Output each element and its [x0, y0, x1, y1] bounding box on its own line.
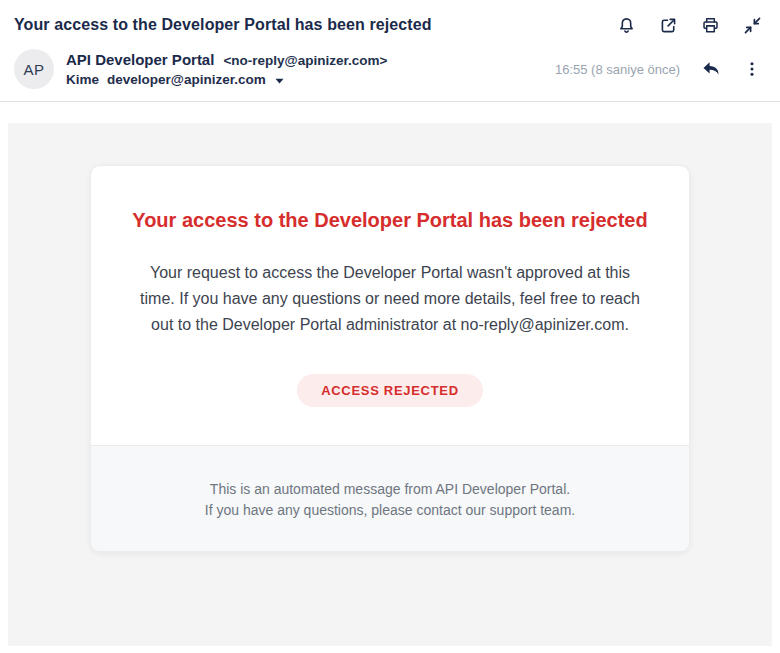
mail-header: Your access to the Developer Portal has … — [0, 0, 780, 102]
sender-address: <no-reply@apinizer.com> — [223, 53, 387, 68]
collapse-view-button[interactable] — [742, 15, 762, 35]
header-toolbar — [616, 15, 762, 35]
rejection-heading: Your access to the Developer Portal has … — [131, 206, 649, 234]
chevron-down-icon — [275, 72, 284, 87]
timestamp: 16:55 (8 saniye önce) — [555, 62, 680, 77]
footer-line-2: If you have any questions, please contac… — [111, 500, 669, 521]
notification-bell-button[interactable] — [616, 15, 636, 35]
collapse-icon — [743, 16, 762, 35]
reply-button[interactable] — [701, 59, 721, 79]
email-content-main: Your access to the Developer Portal has … — [91, 166, 689, 445]
email-subject-title: Your access to the Developer Portal has … — [14, 16, 432, 34]
more-options-icon — [743, 60, 761, 78]
sender-avatar: AP — [14, 49, 54, 89]
footer-line-1: This is an automated message from API De… — [111, 479, 669, 500]
message-meta: 16:55 (8 saniye önce) — [555, 59, 762, 79]
recipient-details-dropdown[interactable]: Kime developer@apinizer.com — [66, 72, 284, 87]
notification-bell-icon — [617, 16, 636, 35]
print-button[interactable] — [700, 15, 720, 35]
subject-row: Your access to the Developer Portal has … — [14, 10, 762, 40]
sender-name: API Developer Portal — [66, 51, 214, 68]
recipient-label: Kime — [66, 72, 99, 87]
printer-icon — [701, 16, 720, 35]
email-content-footer: This is an automated message from API De… — [91, 445, 689, 551]
more-options-button[interactable] — [742, 59, 762, 79]
open-in-new-icon — [659, 16, 678, 35]
recipient-address: developer@apinizer.com — [107, 72, 266, 87]
sender-info: API Developer Portal <no-reply@apinizer.… — [66, 51, 387, 87]
rejection-message: Your request to access the Developer Por… — [131, 260, 649, 338]
sender-row: AP API Developer Portal <no-reply@apiniz… — [14, 49, 762, 89]
open-in-new-window-button[interactable] — [658, 15, 678, 35]
status-badge: ACCESS REJECTED — [297, 374, 483, 407]
reply-icon — [701, 59, 721, 79]
email-body-canvas: Your access to the Developer Portal has … — [8, 123, 772, 646]
email-content-card: Your access to the Developer Portal has … — [90, 165, 690, 552]
